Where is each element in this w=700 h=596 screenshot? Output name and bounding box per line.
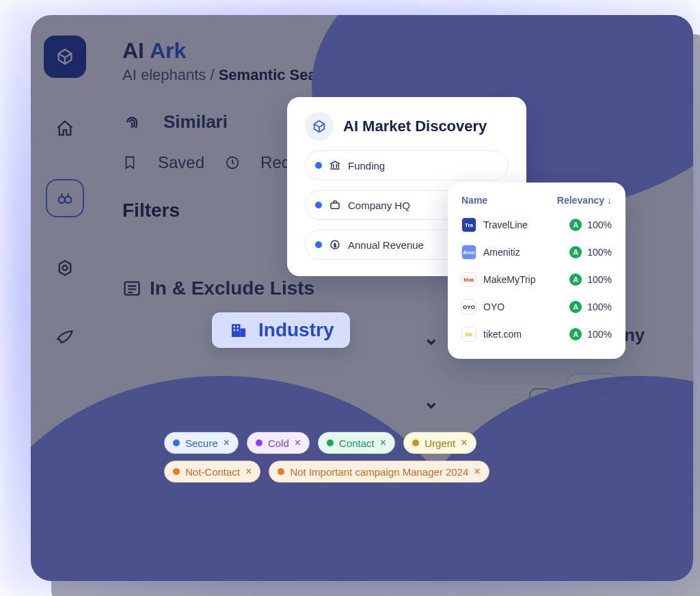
close-icon[interactable]: × [224,437,230,449]
fingerprint-icon [122,113,142,132]
status-dot-icon [315,162,322,169]
svg-rect-8 [232,324,241,337]
industry-chip[interactable]: Industry [212,312,350,348]
company-logo-icon: Mak [461,272,476,287]
saved-link[interactable]: Saved [158,153,204,172]
svg-rect-6 [331,203,339,208]
brand-part1: AI [122,38,144,64]
tag-label: Contact [339,437,375,449]
svg-rect-12 [234,329,236,331]
grade-badge: A [569,273,582,286]
svg-marker-2 [59,261,70,275]
tag-not-contact[interactable]: Not-Contact× [164,461,260,483]
result-row[interactable]: TraTravelLineA100% [460,211,613,239]
tag-secure[interactable]: Secure× [164,432,239,454]
company-logo-icon: OYO [461,299,476,314]
tag-label: Secure [185,437,218,449]
grade-badge: A [569,246,582,258]
svg-rect-9 [241,329,246,338]
result-row[interactable]: MakMakeMyTripA100% [460,266,613,293]
building-icon [228,320,249,340]
brand-part2: Ark [150,38,186,64]
result-relevancy: 100% [587,329,612,340]
clock-icon [225,155,240,170]
tag-dot-icon [173,468,180,475]
company-logo-icon: tik [461,327,476,342]
app-logo[interactable] [44,36,86,78]
svg-rect-13 [237,329,239,331]
breadcrumb-prefix: AI elephants / [122,66,215,83]
company-logo-icon: Ame [461,245,476,260]
tag-dot-icon [278,468,284,475]
result-relevancy: 100% [587,219,612,230]
svg-point-0 [59,197,65,203]
close-icon[interactable]: × [380,437,386,449]
results-card: Name Relevancy ↓ TraTravelLineA100%AmeAm… [448,182,625,359]
grade-badge: A [569,328,582,340]
svg-point-3 [63,266,68,271]
status-dot-icon [315,241,322,248]
tag-contact[interactable]: Contact× [318,432,395,454]
svg-rect-10 [234,326,236,328]
discovery-title: AI Market Discovery [343,118,487,135]
tag-dot-icon [412,439,419,446]
briefcase-icon [329,199,341,211]
result-relevancy: 100% [587,301,612,312]
industry-chip-label: Industry [258,319,334,341]
close-icon[interactable]: × [461,437,467,449]
svg-rect-11 [237,326,239,328]
tag-label: Not Important campaign Manager 2024 [290,466,468,478]
result-relevancy: 100% [587,274,612,285]
company-logo-icon: Tra [461,217,476,232]
filter-pill-label: Funding [348,160,385,172]
result-name: tiket.com [483,329,522,340]
cube-icon [305,112,334,141]
lists-section-label: In & Exclude Lists [150,277,314,299]
result-name: TravelLine [483,219,528,230]
result-row[interactable]: OYOOYOA100% [460,293,613,321]
tag-group: Secure×Cold×Contact×Urgent×Not-Contact×N… [164,432,547,483]
tag-not-important-campaign-manager-2024[interactable]: Not Important campaign Manager 2024× [269,461,489,483]
status-dot-icon [315,202,322,208]
close-icon[interactable]: × [474,465,480,478]
col-name[interactable]: Name [461,195,487,206]
close-icon[interactable]: × [245,465,252,478]
tag-dot-icon [327,439,334,446]
grade-badge: A [569,219,582,231]
sidebar-item-home[interactable] [46,109,84,148]
svg-point-1 [65,197,71,203]
tag-label: Cold [268,437,289,449]
filter-pill-label: Annual Revenue [348,239,424,251]
close-icon[interactable]: × [295,437,301,449]
sidebar-item-settings[interactable] [46,249,84,287]
bank-icon [329,159,341,172]
list-icon [122,279,142,298]
result-relevancy: 100% [587,247,612,258]
result-name: OYO [483,301,504,312]
tag-dot-icon [173,439,180,446]
sidebar-item-discover[interactable] [46,179,84,217]
result-name: Amenitiz [483,247,520,258]
dollar-circle-icon [329,239,341,251]
result-row[interactable]: tiktiket.comA100% [460,321,613,348]
grade-badge: A [569,301,582,313]
filter-pill-funding[interactable]: Funding [305,150,509,180]
tag-dot-icon [256,439,262,446]
tag-label: Not-Contact [185,466,240,478]
tag-urgent[interactable]: Urgent× [403,432,476,454]
tag-cold[interactable]: Cold× [247,432,310,454]
filter-pill-label: Company HQ [348,200,410,211]
result-row[interactable]: AmeAmenitizA100% [460,239,613,266]
tag-label: Urgent [425,437,455,449]
sidebar-item-send[interactable] [46,319,84,357]
result-name: MakeMyTrip [483,274,536,285]
bookmark-icon [122,155,137,170]
tab-similarity[interactable]: Similari [163,111,228,133]
col-relevancy[interactable]: Relevancy ↓ [557,195,612,206]
